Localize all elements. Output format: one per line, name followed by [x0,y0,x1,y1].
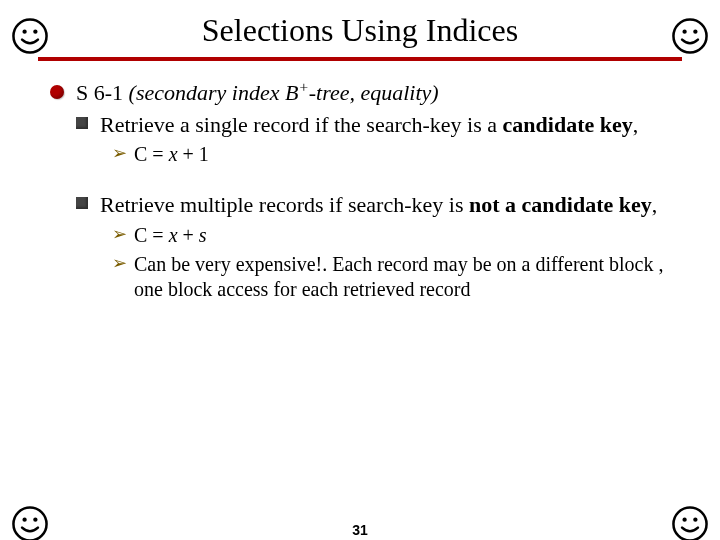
svg-point-4 [682,30,686,34]
bullet-label: S 6-1 [76,80,123,105]
svg-point-0 [13,19,46,52]
bullet-level1: S 6-1 (secondary index B+-tree, equality… [48,79,672,107]
svg-point-5 [693,30,697,34]
bullet-level2: Retrieve multiple records if search-key … [74,191,672,219]
bullet-level2: Retrieve a single record if the search-k… [74,111,672,139]
slide-title: Selections Using Indices [0,12,720,49]
bullet-level3: Can be very expensive!. Each record may … [112,252,672,302]
slide: Selections Using Indices S 6-1 (secondar… [0,12,720,540]
spacer [48,171,672,189]
slide-content: S 6-1 (secondary index B+-tree, equality… [48,79,672,302]
bullet-desc: (secondary index B+-tree, equality) [129,80,439,105]
svg-point-3 [673,19,706,52]
corner-icon-top-left [12,18,48,54]
bullet-level3: C = x + 1 [112,142,672,167]
page-number: 31 [0,522,720,538]
bullet-level3: C = x + s [112,223,672,248]
svg-point-1 [22,30,26,34]
corner-icon-top-right [672,18,708,54]
svg-point-2 [33,30,37,34]
title-underline [38,57,682,61]
